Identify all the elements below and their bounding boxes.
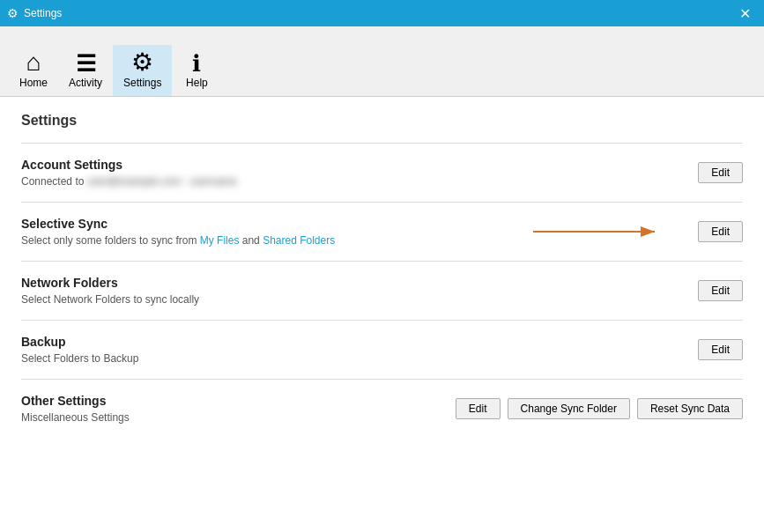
network-folders-actions: Edit (680, 280, 743, 301)
other-settings-section: Other Settings Miscellaneous Settings Ed… (21, 379, 743, 438)
backup-title: Backup (21, 335, 680, 349)
toolbar-item-activity[interactable]: ☰ Activity (58, 47, 113, 96)
network-folders-section: Network Folders Select Network Folders t… (21, 261, 743, 320)
toolbar-label-help: Help (186, 77, 208, 89)
title-bar-icon: ⚙ (7, 6, 19, 20)
account-settings-section: Account Settings Connected to user@examp… (21, 143, 743, 202)
other-settings-edit-button[interactable]: Edit (456, 398, 501, 419)
account-settings-content: Account Settings Connected to user@examp… (21, 158, 680, 188)
network-folders-content: Network Folders Select Network Folders t… (21, 276, 680, 306)
network-folders-desc: Select Network Folders to sync locally (21, 293, 680, 306)
shared-folders-link[interactable]: Shared Folders (263, 234, 335, 247)
backup-edit-button[interactable]: Edit (698, 339, 743, 360)
my-files-link[interactable]: My Files (200, 234, 240, 247)
other-settings-content: Other Settings Miscellaneous Settings (21, 394, 438, 424)
selective-sync-edit-button[interactable]: Edit (698, 221, 743, 242)
account-connected-value: user@example.com · username (87, 175, 237, 188)
toolbar-item-settings[interactable]: ⚙ Settings (113, 45, 172, 96)
backup-section: Backup Select Folders to Backup Edit (21, 320, 743, 379)
backup-actions: Edit (680, 339, 743, 360)
selective-sync-actions: Edit (680, 221, 743, 242)
account-settings-title: Account Settings (21, 158, 680, 172)
account-edit-button[interactable]: Edit (698, 162, 743, 183)
network-folders-edit-button[interactable]: Edit (698, 280, 743, 301)
settings-icon: ⚙ (131, 50, 153, 75)
help-icon: ℹ (192, 52, 201, 75)
title-bar-title: Settings (24, 7, 62, 19)
change-sync-folder-button[interactable]: Change Sync Folder (508, 398, 630, 419)
main-content: Settings Account Settings Connected to u… (0, 97, 764, 532)
network-folders-title: Network Folders (21, 276, 680, 290)
activity-icon: ☰ (76, 52, 96, 75)
other-settings-actions: Edit Change Sync Folder Reset Sync Data (438, 398, 743, 419)
toolbar-item-home[interactable]: ⌂ Home (9, 45, 58, 96)
close-button[interactable]: ✕ (732, 1, 757, 26)
account-settings-desc: Connected to user@example.com · username (21, 175, 680, 188)
toolbar-label-activity: Activity (69, 77, 102, 89)
backup-desc: Select Folders to Backup (21, 352, 680, 365)
other-settings-desc: Miscellaneous Settings (21, 411, 438, 424)
page-title: Settings (21, 113, 743, 129)
reset-sync-data-button[interactable]: Reset Sync Data (637, 398, 743, 419)
selective-sync-title: Selective Sync (21, 217, 680, 231)
toolbar-item-help[interactable]: ℹ Help (172, 47, 221, 96)
selective-sync-desc: Select only some folders to sync from My… (21, 234, 680, 247)
account-settings-actions: Edit (680, 162, 743, 183)
toolbar-label-settings: Settings (123, 77, 161, 89)
title-bar-left: ⚙ Settings (7, 6, 62, 20)
title-bar: ⚙ Settings ✕ (0, 0, 764, 26)
other-settings-title: Other Settings (21, 394, 438, 408)
selective-sync-content: Selective Sync Select only some folders … (21, 217, 680, 247)
selective-sync-section: Selective Sync Select only some folders … (21, 202, 743, 261)
home-icon: ⌂ (26, 50, 41, 75)
toolbar: ⌂ Home ☰ Activity ⚙ Settings ℹ Help (0, 26, 764, 97)
toolbar-label-home: Home (19, 77, 48, 89)
backup-content: Backup Select Folders to Backup (21, 335, 680, 365)
